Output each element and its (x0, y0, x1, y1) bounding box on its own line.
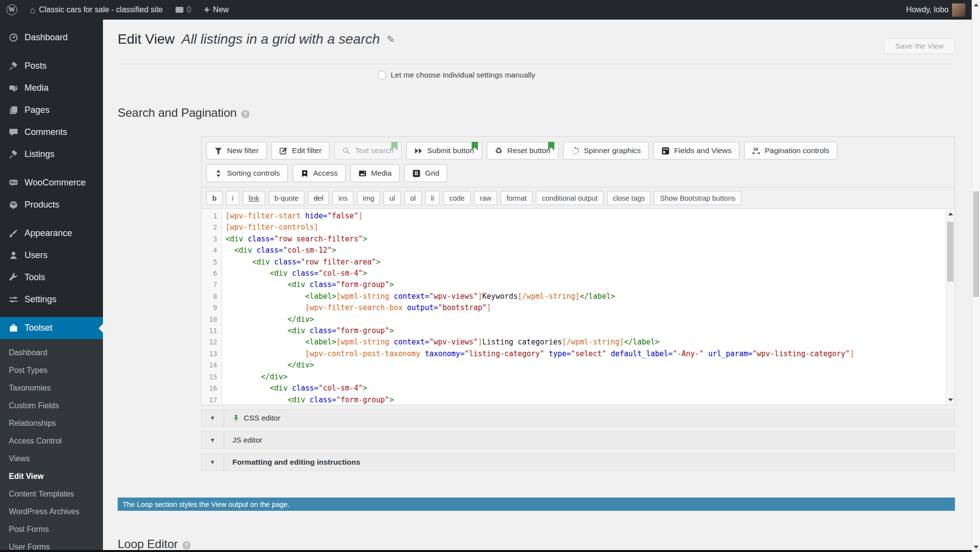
new-filter-button[interactable]: New filter (206, 142, 267, 159)
line-number: 13 (201, 348, 217, 360)
quicktag-i-button[interactable]: i (226, 191, 239, 205)
quicktag-ol-button[interactable]: ol (404, 191, 422, 205)
sidebar-item-dashboard[interactable]: Dashboard (0, 26, 103, 49)
quicktag-img-button[interactable]: img (357, 191, 380, 205)
css-editor-section[interactable]: ▼CSS editor (201, 409, 955, 427)
help-icon[interactable]: ? (182, 541, 191, 550)
page-scrollbar[interactable] (972, 0, 980, 552)
code-line: <label>[wpml-string context="wpv-views"]… (226, 291, 946, 302)
line-number: 16 (201, 383, 217, 394)
wordpress-logo[interactable]: W (0, 0, 24, 20)
pagination-controls-button[interactable]: 19Pagination controls (744, 142, 837, 159)
submenu-item-post-types[interactable]: Post Types (0, 362, 103, 379)
submenu-item-taxonomies[interactable]: Taxonomies (0, 379, 103, 397)
code-line: [wpv-control-post-taxonomy taxonomy="lis… (226, 348, 946, 360)
sidebar-item-posts[interactable]: Posts (0, 55, 103, 77)
js-editor-section[interactable]: ▼JS editor (201, 431, 955, 449)
sidebar-item-media[interactable]: Media (0, 77, 103, 99)
text-search-button[interactable]: Text search (334, 142, 402, 159)
avatar (952, 3, 965, 17)
comments-link[interactable]: 0 (169, 0, 198, 20)
fields-and-views-button[interactable]: Fields and Views (653, 142, 739, 159)
formatting-and-editing-instructions-section[interactable]: ▼Formatting and editing instructions (201, 453, 955, 471)
quicktags-toolbar: bilinkb-quotedelinsimgulollicoderawforma… (201, 187, 955, 209)
sidebar-item-toolset[interactable]: Toolset (0, 317, 103, 339)
edit-title-icon[interactable]: ✎ (387, 33, 395, 45)
sidebar-item-products[interactable]: Products (0, 194, 103, 216)
code-area[interactable]: [wpv-filter-start hide="false"][wpv-filt… (222, 209, 946, 405)
save-view-button[interactable]: Save the View (884, 38, 955, 54)
site-name-link[interactable]: ⌂Classic cars for sale - classified site (24, 0, 169, 20)
manual-settings-radio[interactable] (377, 71, 386, 79)
quicktag-b-quote-button[interactable]: b-quote (269, 191, 304, 205)
edit-filter-button[interactable]: Edit filter (272, 142, 329, 159)
page-scrollbar-thumb[interactable] (973, 191, 979, 297)
expand-arrow-icon[interactable]: ▼ (201, 432, 224, 448)
expand-arrow-icon[interactable]: ▼ (201, 454, 224, 471)
button-label: Edit filter (292, 146, 322, 155)
line-number: 8 (201, 291, 217, 302)
spinner-graphics-button[interactable]: Spinner graphics (563, 142, 649, 159)
quicktag-li-button[interactable]: li (425, 191, 440, 205)
quicktag-ins-button[interactable]: ins (332, 191, 353, 205)
sidebar-item-woocommerce[interactable]: WooWooCommerce (0, 172, 103, 194)
howdy-text: Howdy, lobo (906, 5, 949, 14)
button-label: Access (313, 169, 338, 178)
admin-sidebar: DashboardPostsMediaPagesCommentsListings… (0, 20, 103, 552)
sorting-controls-button[interactable]: Sorting controls (206, 164, 288, 182)
editor-scroll-up-icon[interactable] (948, 212, 953, 215)
submenu-item-content-templates[interactable]: Content Templates (0, 485, 103, 503)
sidebar-item-settings[interactable]: Settings (0, 289, 103, 311)
quicktag-code-button[interactable]: code (443, 191, 470, 205)
quicktag-conditional-output-button[interactable]: conditional output (536, 191, 603, 205)
submenu-item-dashboard[interactable]: Dashboard (0, 344, 103, 362)
quicktag-close-tags-button[interactable]: close tags (607, 191, 651, 205)
quicktag-b-button[interactable]: b (206, 191, 223, 205)
quicktag-format-button[interactable]: format (501, 191, 532, 205)
submenu-item-post-forms[interactable]: Post Forms (0, 521, 103, 538)
grid-button[interactable]: BGrid (404, 164, 447, 182)
quicktag-raw-button[interactable]: raw (474, 191, 497, 205)
access-button[interactable]: Access (293, 164, 346, 182)
page-scroll-down-icon[interactable] (974, 546, 979, 549)
editor-scroll-down-icon[interactable] (948, 398, 953, 401)
access-icon (301, 169, 309, 178)
quicktag-show-bootstrap-buttons-button[interactable]: Show Bootstrap buttons (654, 191, 741, 205)
code-line: </div> (226, 360, 946, 371)
submenu-item-edit-view[interactable]: Edit View (0, 468, 103, 485)
reset-button-button[interactable]: ♻Reset button (487, 142, 558, 159)
account-menu[interactable]: Howdy, lobo (900, 0, 972, 20)
submenu-item-custom-fields[interactable]: Custom Fields (0, 397, 103, 415)
submenu-item-wordpress-archives[interactable]: WordPress Archives (0, 503, 103, 521)
button-label: Fields and Views (674, 146, 731, 155)
appearance-icon (8, 229, 18, 238)
editor-scrollbar-thumb[interactable] (947, 222, 954, 282)
editor-scrollbar[interactable] (946, 209, 955, 405)
sidebar-item-listings[interactable]: Listings (0, 143, 103, 165)
sidebar-item-pages[interactable]: Pages (0, 99, 103, 121)
quicktag-link-button[interactable]: link (243, 191, 265, 205)
filter-code-editor[interactable]: 1234567891011121314151617 [wpv-filter-st… (201, 209, 955, 405)
submit-button-button[interactable]: Submit button (406, 142, 482, 159)
submenu-item-relationships[interactable]: Relationships (0, 415, 103, 432)
forward-icon (414, 147, 423, 155)
new-content-menu[interactable]: +New (198, 0, 235, 20)
submenu-item-access-control[interactable]: Access Control (0, 432, 103, 450)
quicktag-del-button[interactable]: del (308, 191, 329, 205)
sidebar-item-comments[interactable]: Comments (0, 121, 103, 143)
expand-arrow-icon[interactable]: ▼ (201, 410, 224, 426)
submenu-item-views[interactable]: Views (0, 450, 103, 468)
quicktag-ul-button[interactable]: ul (383, 191, 401, 205)
code-line: <div class="form-group"> (226, 279, 946, 290)
bookmark-icon (391, 142, 398, 151)
sidebar-item-tools[interactable]: Tools (0, 266, 103, 289)
page-scroll-up-icon[interactable] (974, 3, 979, 6)
media-button[interactable]: Media (351, 164, 400, 182)
code-line: <div class="form-group"> (226, 394, 946, 405)
help-icon[interactable]: ? (241, 110, 250, 118)
sidebar-item-appearance[interactable]: Appearance (0, 222, 103, 244)
button-label: Sorting controls (227, 169, 280, 178)
sidebar-item-users[interactable]: Users (0, 244, 103, 266)
line-number: 1 (201, 210, 217, 222)
section-label-text: CSS editor (244, 414, 280, 422)
